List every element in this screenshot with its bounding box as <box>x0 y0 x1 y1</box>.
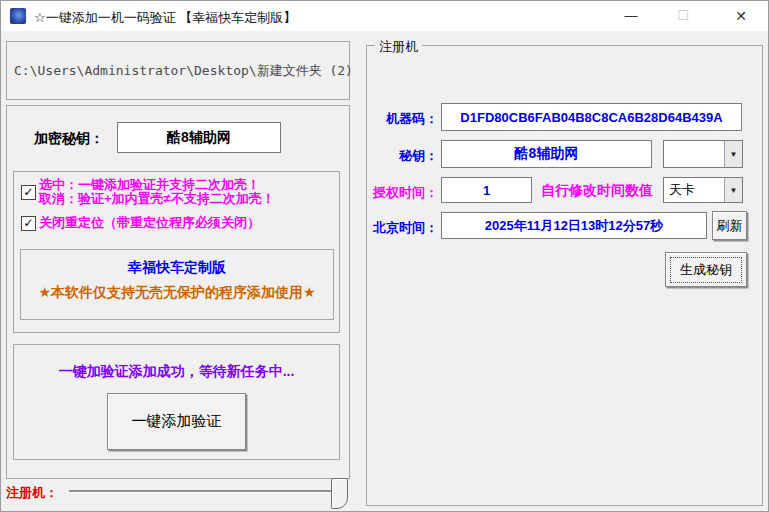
chevron-down-icon[interactable]: ▼ <box>724 141 742 167</box>
card-type-combobox[interactable]: 天卡 ▼ <box>663 177 743 203</box>
progress-slider-track[interactable] <box>69 490 347 493</box>
verify-option-line2: 取消：验证+加内置壳≠不支持二次加壳！ <box>39 192 275 206</box>
machine-code-label: 机器码： <box>361 110 438 128</box>
minimize-button[interactable]: — <box>608 1 654 31</box>
edition-warning: ★本软件仅支持无壳无保护的程序添加使用★ <box>21 284 333 302</box>
chevron-down-icon[interactable]: ▼ <box>724 178 742 202</box>
add-verification-label: 一键添加验证 <box>132 412 222 431</box>
keygen-group-title: 注册机 <box>375 38 422 56</box>
check-icon: ✓ <box>23 216 33 230</box>
window-title: ☆一键添加一机一码验证 【幸福快车定制版】 <box>34 9 296 27</box>
close-button[interactable]: ✕ <box>718 1 764 31</box>
target-path-panel: C:\Users\Administrator\Desktop\新建文件夹 (2) <box>6 41 350 100</box>
verify-checkbox[interactable]: ✓ <box>21 185 36 200</box>
refresh-label: 刷新 <box>717 217 743 235</box>
progress-slider-thumb[interactable] <box>331 478 348 509</box>
generate-key-button[interactable]: 生成秘钥 <box>665 252 747 287</box>
relocation-checkbox[interactable]: ✓ <box>21 216 36 231</box>
refresh-button[interactable]: 刷新 <box>712 211 747 240</box>
edition-panel: 幸福快车定制版 ★本软件仅支持无壳无保护的程序添加使用★ <box>20 249 334 320</box>
target-path: C:\Users\Administrator\Desktop\新建文件夹 (2) <box>7 62 353 80</box>
secret-key-input[interactable] <box>441 140 652 168</box>
key-type-value <box>669 141 724 167</box>
check-icon: ✓ <box>23 185 33 199</box>
beijing-time-label: 北京时间： <box>361 219 438 237</box>
add-verification-button[interactable]: 一键添加验证 <box>107 393 246 450</box>
encrypt-key-label: 加密秘钥： <box>34 130 104 148</box>
secret-key-label: 秘钥： <box>361 147 438 165</box>
auth-time-hint: 自行修改时间数值 <box>541 182 653 200</box>
encrypt-key-input[interactable] <box>117 122 281 153</box>
machine-code-input[interactable] <box>441 103 742 131</box>
auth-time-label: 授权时间： <box>361 184 438 202</box>
title-bar: ☆一键添加一机一码验证 【幸福快车定制版】 — ☐ ✕ <box>1 1 768 31</box>
card-type-value: 天卡 <box>669 178 724 202</box>
maximize-button: ☐ <box>660 1 706 31</box>
generate-key-label: 生成秘钥 <box>670 257 742 283</box>
app-icon <box>10 8 26 24</box>
auth-time-input[interactable] <box>441 177 532 203</box>
beijing-time-input[interactable] <box>441 212 707 239</box>
key-type-combobox[interactable]: ▼ <box>663 140 743 168</box>
status-message: 一键加验证添加成功，等待新任务中... <box>14 363 339 381</box>
keygen-bottom-label: 注册机： <box>6 484 58 502</box>
relocation-option-label[interactable]: 关闭重定位（带重定位程序必须关闭） <box>39 214 260 232</box>
app-window: ☆一键添加一机一码验证 【幸福快车定制版】 — ☐ ✕ C:\Users\Adm… <box>0 0 769 512</box>
verify-option-line1[interactable]: 选中：一键添加验证并支持二次加壳！ <box>39 178 260 192</box>
edition-title: 幸福快车定制版 <box>21 259 333 277</box>
